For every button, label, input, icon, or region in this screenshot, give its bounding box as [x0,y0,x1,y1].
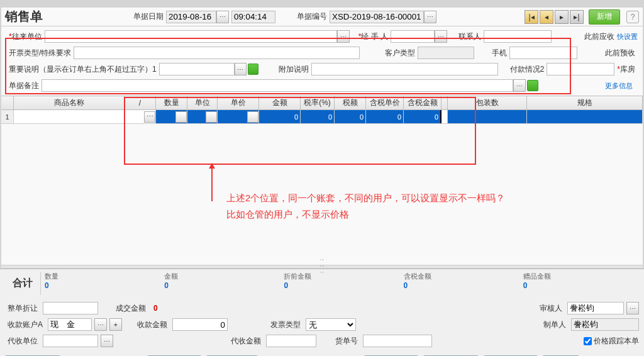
cell-tamt[interactable]: 0 [404,110,441,123]
important-lookup-button[interactable]: ⋯ [235,63,247,75]
cell-gap [441,110,448,123]
cell-price[interactable]: ⋯ [218,110,259,123]
date-label: 单据日期 [131,11,166,22]
cust-type-field[interactable] [418,47,474,59]
cell-amt[interactable]: 0 [259,110,301,123]
date-picker-button[interactable]: ⋯ [216,11,229,23]
auditor-field[interactable] [567,302,624,314]
memo-lookup-button[interactable]: ⋯ [513,79,526,92]
sum-tax-label: 含税金额 [404,272,519,281]
line-items-grid[interactable]: 商品名称 / 数量 单位 单价 金额 税率(%) 税额 含税单价 含税金额 包装… [1,96,643,124]
cell-idx: 1 [1,110,14,123]
warehouse-label: *库房 [614,64,638,75]
partner-label: *往来单位 [6,31,45,42]
cell-unit[interactable]: ⋯ [187,110,218,123]
lookup-icon[interactable]: ⋯ [144,111,155,123]
sum-gift-label: 赠品金额 [523,272,639,281]
cell-tax[interactable]: 0 [335,110,366,123]
sum-tax-val: 0 [404,281,519,290]
add-button[interactable]: 新增 [589,9,620,25]
col-name[interactable]: 商品名称 [14,96,125,109]
tab-bar [0,0,644,8]
partner-field[interactable] [45,30,337,43]
acct-label: 收款账户A [5,320,45,330]
col-unit[interactable]: 单位 [187,96,218,109]
shipno-label: 货单号 [333,336,360,347]
invoice-field[interactable] [74,47,360,59]
acct-lookup-button[interactable]: ⋯ [94,318,107,331]
col-amt[interactable]: 金额 [259,96,301,109]
agent-label: 代收单位 [5,336,40,347]
cell-tprice[interactable]: 0 [366,110,404,123]
col-rate[interactable]: 税率(%) [301,96,335,109]
docno-field[interactable] [330,11,424,23]
auditor-lookup-button[interactable]: ⋯ [626,302,639,314]
pay-status-field[interactable] [547,63,614,75]
docno-lookup-button[interactable]: ⋯ [424,11,436,23]
annotation-arrow [211,165,213,201]
sum-amt-label: 金额 [164,272,280,281]
cell-qty[interactable]: ⋯ [156,110,187,123]
phone-label: 手机 [489,48,509,58]
memo-label: 单据备注 [6,81,42,91]
deal-amt-value: 0 [151,304,158,313]
discount-field[interactable] [43,302,98,314]
lookup-icon[interactable]: ⋯ [175,111,187,123]
cell-slash[interactable]: ⋯ [125,110,156,123]
express-settings-link[interactable]: 快设置 [617,32,638,42]
handler-lookup-button[interactable]: ⋯ [435,30,447,43]
cust-type-label: 客户类型 [382,48,418,58]
nav-next-button[interactable]: ▸ [555,10,569,24]
action-icon-1[interactable] [248,64,258,75]
sum-qty-label: 数量 [45,272,160,281]
col-tprice[interactable]: 含税单价 [366,96,404,109]
track-cost-input[interactable] [584,337,592,345]
handler-field[interactable] [391,30,435,43]
table-row[interactable]: 1 ⋯ ⋯ ⋯ ⋯ 0 0 0 0 0 [1,110,643,124]
inv-type-select[interactable]: 无 [306,318,356,331]
annotation-text: 上述2个位置，同一个账套，不同的用户，可以设置显示不一样吗？ 比如仓管的用户，不… [226,190,505,222]
acct-field[interactable] [48,318,92,331]
help-icon[interactable]: ? [626,11,639,23]
col-tax[interactable]: 税额 [335,96,366,109]
partner-lookup-button[interactable]: ⋯ [337,30,350,43]
important-field[interactable] [159,63,235,75]
nav-prev-button[interactable]: ◂ [540,10,553,24]
resize-handle[interactable] [1,265,643,269]
col-pack[interactable]: 包装数 [448,96,527,109]
cell-rate[interactable]: 0 [301,110,335,123]
col-price[interactable]: 单价 [218,96,259,109]
agent-lookup-button[interactable]: ⋯ [101,335,113,347]
nav-first-button[interactable]: |◂ [525,10,538,24]
collect-amt-field[interactable] [172,318,228,331]
pay-status-label: 付款情况2 [508,64,547,75]
col-spec[interactable]: 规格 [527,96,643,109]
action-icon-2[interactable] [527,80,538,91]
agent-field[interactable] [43,335,98,347]
lookup-icon[interactable]: ⋯ [247,111,258,123]
page-title: 销售单 [5,8,43,25]
memo-field[interactable] [42,79,513,92]
agent-amt-field[interactable] [266,335,316,347]
col-tamt[interactable]: 含税金额 [404,96,441,109]
phone-field[interactable] [509,47,577,59]
cell-spec[interactable] [527,110,643,123]
lookup-icon[interactable]: ⋯ [206,111,217,123]
contact-label: 联系人 [456,31,484,42]
cell-name[interactable] [14,110,125,123]
track-cost-checkbox[interactable]: 价格跟踪本单 [584,336,639,347]
shipno-field[interactable] [363,335,432,347]
attach-field[interactable] [311,63,498,75]
cell-pack[interactable] [448,110,527,123]
handler-label: *经 手 人 [356,31,391,42]
col-slash[interactable]: / [125,96,156,109]
nav-last-button[interactable]: ▸| [570,10,584,24]
time-field[interactable] [231,11,275,23]
acct-add-button[interactable]: + [109,318,122,331]
col-qty[interactable]: 数量 [156,96,187,109]
date-field[interactable] [166,11,216,23]
deal-amt-label: 成交金额 [113,303,148,314]
more-info-link[interactable]: 更多信息 [605,81,638,91]
agent-amt-label: 代收金额 [228,336,264,347]
contact-field[interactable] [484,30,552,43]
